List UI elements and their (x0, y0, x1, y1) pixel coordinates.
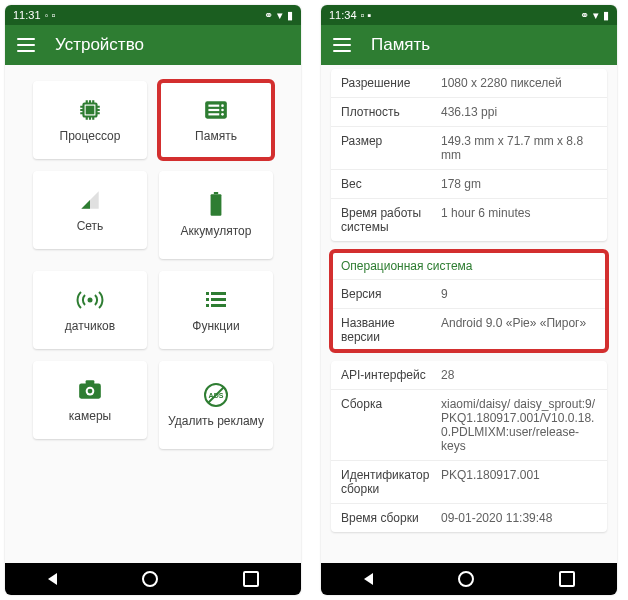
card-functions[interactable]: Функции (159, 271, 273, 349)
memory-icon (202, 96, 230, 124)
page-title: Устройство (55, 35, 144, 55)
svg-point-20 (221, 113, 224, 116)
card-label: Аккумулятор (177, 225, 256, 238)
card-label: Память (191, 130, 241, 143)
svg-rect-33 (86, 381, 95, 385)
battery-icon: ▮ (287, 9, 293, 22)
svg-rect-30 (206, 304, 209, 307)
card-label: Функции (188, 320, 243, 333)
svg-rect-1 (87, 107, 94, 114)
page-title: Память (371, 35, 430, 55)
list-icon (202, 286, 230, 314)
card-noads[interactable]: ADSУдалить рекламу (159, 361, 273, 449)
row-key: Идентификатор сборки (341, 468, 433, 496)
info-row: Разрешение1080 x 2280 пикселей (331, 69, 607, 97)
nav-recent-icon[interactable] (243, 571, 259, 587)
nav-home-icon[interactable] (458, 571, 474, 587)
os-section: Операционная системаВерсия9Название верс… (331, 251, 607, 351)
nav-bar (5, 563, 301, 595)
info-row: Время работы системы1 hour 6 minutes (331, 198, 607, 241)
content-area: Разрешение1080 x 2280 пикселейПлотность4… (321, 65, 617, 563)
card-label: Сеть (73, 220, 108, 233)
svg-rect-17 (208, 109, 219, 111)
row-key: Название версии (341, 316, 433, 344)
svg-rect-26 (206, 292, 209, 295)
menu-icon[interactable] (333, 38, 351, 52)
row-key: Сборка (341, 397, 433, 453)
status-notif-icon: ◦ ▫ (45, 9, 56, 21)
card-battery[interactable]: Аккумулятор (159, 171, 273, 259)
signal-icon (76, 186, 104, 214)
status-time: 11:31 (13, 9, 41, 21)
row-value: PKQ1.180917.001 (441, 468, 597, 496)
card-cameras[interactable]: камеры (33, 361, 147, 439)
row-key: Вес (341, 177, 433, 191)
svg-rect-28 (206, 298, 209, 301)
nav-back-icon[interactable] (364, 573, 373, 585)
info-row: API-интерфейс28 (331, 361, 607, 389)
info-row: Сборкаxiaomi/daisy/ daisy_sprout:9/ PKQ1… (331, 389, 607, 460)
info-row: Вес178 gm (331, 169, 607, 198)
info-row: Плотность436.13 ppi (331, 97, 607, 126)
wifi-icon: ▾ (277, 9, 283, 22)
svg-rect-31 (211, 304, 226, 307)
nav-home-icon[interactable] (142, 571, 158, 587)
link-icon: ⚭ (264, 9, 273, 22)
app-bar: Память (321, 25, 617, 65)
app-bar: Устройство (5, 25, 301, 65)
battery-icon: ▮ (603, 9, 609, 22)
card-label: камеры (65, 410, 115, 423)
info-row: Версия9 (331, 279, 607, 308)
battery-icon (202, 191, 230, 219)
row-value: 09-01-2020 11:39:48 (441, 511, 597, 525)
menu-icon[interactable] (17, 38, 35, 52)
row-value: 9 (441, 287, 597, 301)
card-label: Удалить рекламу (164, 415, 268, 428)
info-row: Время сборки09-01-2020 11:39:48 (331, 503, 607, 532)
info-row: Идентификатор сборкиPKQ1.180917.001 (331, 460, 607, 503)
svg-point-18 (221, 109, 224, 112)
row-key: Время работы системы (341, 206, 433, 234)
row-key: Версия (341, 287, 433, 301)
svg-marker-22 (81, 200, 90, 209)
status-notif-icon: ▫ ▪ (361, 9, 372, 21)
row-key: Разрешение (341, 76, 433, 90)
card-label: Процессор (56, 130, 125, 143)
svg-point-35 (88, 389, 93, 394)
card-network[interactable]: Сеть (33, 171, 147, 249)
sensor-icon (76, 286, 104, 314)
category-grid: ПроцессорПамятьСетьАккумулятордатчиковФу… (5, 65, 301, 465)
nav-bar (321, 563, 617, 595)
svg-rect-19 (208, 114, 219, 116)
row-value: Android 9.0 «Pie» «Пирог» (441, 316, 597, 344)
link-icon: ⚭ (580, 9, 589, 22)
content-area: ПроцессорПамятьСетьАккумулятордатчиковФу… (5, 65, 301, 563)
wifi-icon: ▾ (593, 9, 599, 22)
status-bar: 11:34 ▫ ▪ ⚭ ▾ ▮ (321, 5, 617, 25)
svg-point-16 (221, 105, 224, 108)
noads-icon: ADS (202, 381, 230, 409)
scroll-view[interactable]: Разрешение1080 x 2280 пикселейПлотность4… (321, 65, 617, 563)
cpu-icon (76, 96, 104, 124)
card-sensors[interactable]: датчиков (33, 271, 147, 349)
row-value: 1080 x 2280 пикселей (441, 76, 597, 90)
display-section: Разрешение1080 x 2280 пикселейПлотность4… (331, 69, 607, 241)
row-key: API-интерфейс (341, 368, 433, 382)
nav-recent-icon[interactable] (559, 571, 575, 587)
card-memory[interactable]: Память (159, 81, 273, 159)
row-key: Время сборки (341, 511, 433, 525)
card-cpu[interactable]: Процессор (33, 81, 147, 159)
os-extra-section: API-интерфейс28Сборкаxiaomi/daisy/ daisy… (331, 361, 607, 532)
status-bar: 11:31 ◦ ▫ ⚭ ▾ ▮ (5, 5, 301, 25)
info-row: Название версииAndroid 9.0 «Pie» «Пирог» (331, 308, 607, 351)
svg-rect-27 (211, 292, 226, 295)
row-value: 149.3 mm x 71.7 mm x 8.8 mm (441, 134, 597, 162)
row-value: 178 gm (441, 177, 597, 191)
card-label: датчиков (61, 320, 119, 333)
status-time: 11:34 (329, 9, 357, 21)
camera-icon (76, 376, 104, 404)
row-key: Плотность (341, 105, 433, 119)
nav-back-icon[interactable] (48, 573, 57, 585)
svg-rect-24 (211, 195, 222, 217)
svg-rect-23 (214, 192, 218, 194)
